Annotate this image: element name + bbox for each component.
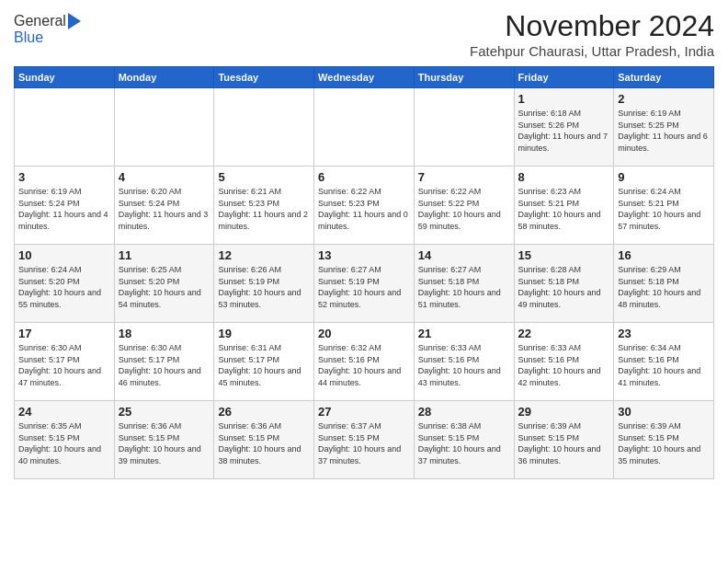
day-number: 21 xyxy=(418,327,510,340)
calendar-cell: 20Sunrise: 6:32 AM Sunset: 5:16 PM Dayli… xyxy=(314,323,415,401)
day-info: Sunrise: 6:19 AM Sunset: 5:25 PM Dayligh… xyxy=(618,108,710,154)
day-number: 11 xyxy=(119,248,210,262)
day-info: Sunrise: 6:39 AM Sunset: 5:15 PM Dayligh… xyxy=(518,420,610,466)
day-number: 29 xyxy=(518,405,610,419)
calendar-cell: 13Sunrise: 6:27 AM Sunset: 5:19 PM Dayli… xyxy=(314,245,415,323)
location-title: Fatehpur Chaurasi, Uttar Pradesh, India xyxy=(470,43,714,59)
day-number: 20 xyxy=(318,327,410,340)
day-info: Sunrise: 6:36 AM Sunset: 5:15 PM Dayligh… xyxy=(119,420,210,466)
calendar-cell: 15Sunrise: 6:28 AM Sunset: 5:18 PM Dayli… xyxy=(514,245,614,323)
calendar-cell: 14Sunrise: 6:27 AM Sunset: 5:18 PM Dayli… xyxy=(414,245,514,323)
calendar-week-row: 3Sunrise: 6:19 AM Sunset: 5:24 PM Daylig… xyxy=(15,167,714,245)
calendar-cell xyxy=(15,88,115,167)
day-number: 19 xyxy=(218,327,310,340)
calendar-cell: 28Sunrise: 6:38 AM Sunset: 5:15 PM Dayli… xyxy=(414,401,514,479)
calendar-cell: 23Sunrise: 6:34 AM Sunset: 5:16 PM Dayli… xyxy=(614,323,714,401)
day-info: Sunrise: 6:30 AM Sunset: 5:17 PM Dayligh… xyxy=(18,342,110,388)
weekday-header-monday: Monday xyxy=(114,67,214,88)
calendar-cell xyxy=(314,88,415,167)
calendar-cell: 3Sunrise: 6:19 AM Sunset: 5:24 PM Daylig… xyxy=(15,167,115,245)
calendar-cell: 2Sunrise: 6:19 AM Sunset: 5:25 PM Daylig… xyxy=(614,88,714,167)
month-title: November 2024 xyxy=(470,9,714,43)
calendar-header-row: SundayMondayTuesdayWednesdayThursdayFrid… xyxy=(15,67,714,88)
day-number: 28 xyxy=(418,405,510,419)
day-info: Sunrise: 6:36 AM Sunset: 5:15 PM Dayligh… xyxy=(218,420,310,466)
title-block: November 2024 Fatehpur Chaurasi, Uttar P… xyxy=(470,9,714,59)
calendar-cell: 4Sunrise: 6:20 AM Sunset: 5:24 PM Daylig… xyxy=(114,167,214,245)
day-number: 13 xyxy=(318,248,410,262)
logo-general-text: General xyxy=(14,13,66,29)
day-number: 9 xyxy=(618,170,710,184)
day-number: 15 xyxy=(518,248,610,262)
day-info: Sunrise: 6:18 AM Sunset: 5:26 PM Dayligh… xyxy=(518,108,610,154)
day-number: 10 xyxy=(18,248,110,262)
day-number: 18 xyxy=(119,327,210,340)
day-number: 23 xyxy=(618,327,710,340)
calendar-cell xyxy=(214,88,314,167)
calendar-cell xyxy=(414,88,514,167)
day-info: Sunrise: 6:33 AM Sunset: 5:16 PM Dayligh… xyxy=(518,342,610,388)
day-number: 16 xyxy=(618,248,710,262)
day-number: 3 xyxy=(18,170,110,184)
calendar-cell: 1Sunrise: 6:18 AM Sunset: 5:26 PM Daylig… xyxy=(514,88,614,167)
day-number: 1 xyxy=(518,92,610,106)
day-info: Sunrise: 6:22 AM Sunset: 5:23 PM Dayligh… xyxy=(318,186,410,232)
calendar-cell: 12Sunrise: 6:26 AM Sunset: 5:19 PM Dayli… xyxy=(214,245,314,323)
calendar-cell: 24Sunrise: 6:35 AM Sunset: 5:15 PM Dayli… xyxy=(15,401,115,479)
day-number: 2 xyxy=(618,92,710,106)
calendar-cell: 21Sunrise: 6:33 AM Sunset: 5:16 PM Dayli… xyxy=(414,323,514,401)
logo-arrow-icon xyxy=(68,13,81,29)
day-number: 26 xyxy=(218,405,310,419)
day-info: Sunrise: 6:35 AM Sunset: 5:15 PM Dayligh… xyxy=(18,420,110,466)
weekday-header-saturday: Saturday xyxy=(614,67,714,88)
calendar-cell: 9Sunrise: 6:24 AM Sunset: 5:21 PM Daylig… xyxy=(614,167,714,245)
calendar-cell: 5Sunrise: 6:21 AM Sunset: 5:23 PM Daylig… xyxy=(214,167,314,245)
calendar-cell: 18Sunrise: 6:30 AM Sunset: 5:17 PM Dayli… xyxy=(114,323,214,401)
day-info: Sunrise: 6:25 AM Sunset: 5:20 PM Dayligh… xyxy=(119,264,210,310)
calendar-cell: 29Sunrise: 6:39 AM Sunset: 5:15 PM Dayli… xyxy=(514,401,614,479)
day-info: Sunrise: 6:31 AM Sunset: 5:17 PM Dayligh… xyxy=(218,342,310,388)
calendar-cell: 8Sunrise: 6:23 AM Sunset: 5:21 PM Daylig… xyxy=(514,167,614,245)
day-number: 8 xyxy=(518,170,610,184)
calendar-cell: 22Sunrise: 6:33 AM Sunset: 5:16 PM Dayli… xyxy=(514,323,614,401)
day-number: 17 xyxy=(18,327,110,340)
weekday-header-tuesday: Tuesday xyxy=(214,67,314,88)
day-number: 30 xyxy=(618,405,710,419)
weekday-header-wednesday: Wednesday xyxy=(314,67,415,88)
calendar-table: SundayMondayTuesdayWednesdayThursdayFrid… xyxy=(14,66,714,479)
day-info: Sunrise: 6:22 AM Sunset: 5:22 PM Dayligh… xyxy=(418,186,510,232)
day-info: Sunrise: 6:37 AM Sunset: 5:15 PM Dayligh… xyxy=(318,420,410,466)
calendar-cell: 19Sunrise: 6:31 AM Sunset: 5:17 PM Dayli… xyxy=(214,323,314,401)
day-number: 5 xyxy=(218,170,310,184)
day-number: 27 xyxy=(318,405,410,419)
calendar-cell xyxy=(114,88,214,167)
day-info: Sunrise: 6:19 AM Sunset: 5:24 PM Dayligh… xyxy=(18,186,110,232)
weekday-header-thursday: Thursday xyxy=(414,67,514,88)
day-number: 24 xyxy=(18,405,110,419)
logo-blue-text: Blue xyxy=(14,29,43,46)
day-info: Sunrise: 6:26 AM Sunset: 5:19 PM Dayligh… xyxy=(218,264,310,310)
calendar-cell: 10Sunrise: 6:24 AM Sunset: 5:20 PM Dayli… xyxy=(15,245,115,323)
day-number: 4 xyxy=(119,170,210,184)
day-info: Sunrise: 6:32 AM Sunset: 5:16 PM Dayligh… xyxy=(318,342,410,388)
logo: General Blue xyxy=(14,13,81,46)
day-number: 6 xyxy=(318,170,410,184)
calendar-week-row: 1Sunrise: 6:18 AM Sunset: 5:26 PM Daylig… xyxy=(15,88,714,167)
weekday-header-friday: Friday xyxy=(514,67,614,88)
page-header: General Blue November 2024 Fatehpur Chau… xyxy=(14,9,714,59)
day-number: 22 xyxy=(518,327,610,340)
calendar-cell: 6Sunrise: 6:22 AM Sunset: 5:23 PM Daylig… xyxy=(314,167,415,245)
day-info: Sunrise: 6:24 AM Sunset: 5:21 PM Dayligh… xyxy=(618,186,710,232)
day-info: Sunrise: 6:29 AM Sunset: 5:18 PM Dayligh… xyxy=(618,264,710,310)
calendar-cell: 11Sunrise: 6:25 AM Sunset: 5:20 PM Dayli… xyxy=(114,245,214,323)
day-info: Sunrise: 6:34 AM Sunset: 5:16 PM Dayligh… xyxy=(618,342,710,388)
day-info: Sunrise: 6:27 AM Sunset: 5:18 PM Dayligh… xyxy=(418,264,510,310)
calendar-cell: 30Sunrise: 6:39 AM Sunset: 5:15 PM Dayli… xyxy=(614,401,714,479)
calendar-cell: 26Sunrise: 6:36 AM Sunset: 5:15 PM Dayli… xyxy=(214,401,314,479)
day-info: Sunrise: 6:28 AM Sunset: 5:18 PM Dayligh… xyxy=(518,264,610,310)
calendar-cell: 7Sunrise: 6:22 AM Sunset: 5:22 PM Daylig… xyxy=(414,167,514,245)
calendar-week-row: 17Sunrise: 6:30 AM Sunset: 5:17 PM Dayli… xyxy=(15,323,714,401)
day-number: 7 xyxy=(418,170,510,184)
day-number: 25 xyxy=(119,405,210,419)
day-info: Sunrise: 6:23 AM Sunset: 5:21 PM Dayligh… xyxy=(518,186,610,232)
